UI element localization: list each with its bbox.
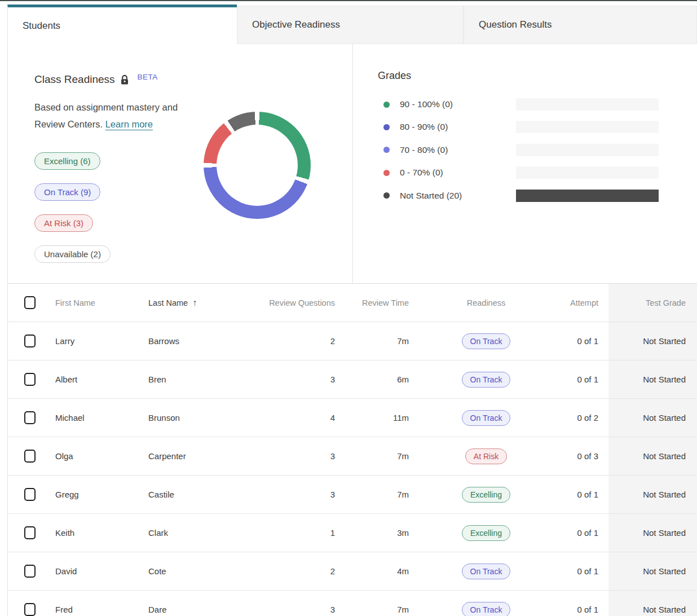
readiness-cell: Excelling xyxy=(409,514,563,552)
review-time-cell: 11m xyxy=(335,399,409,437)
table-row[interactable]: AlbertBren36mOn Track0 of 1Not Started xyxy=(8,360,697,398)
first-name-cell: Fred xyxy=(47,591,143,616)
column-header-label[interactable]: Review Questions xyxy=(269,298,335,307)
tab-objective-readiness[interactable]: Objective Readiness xyxy=(237,6,464,44)
tab-bar: StudentsObjective ReadinessQuestion Resu… xyxy=(7,5,697,44)
attempt-cell: 0 of 1 xyxy=(563,322,608,360)
column-header-label[interactable]: Attempt xyxy=(570,298,598,307)
row-checkbox-cell xyxy=(8,552,47,590)
first-name-cell: Michael xyxy=(47,399,143,437)
row-checkbox-cell xyxy=(8,399,47,437)
row-checkbox[interactable] xyxy=(24,526,36,539)
grade-bar-track xyxy=(516,98,659,111)
row-checkbox-cell xyxy=(8,437,47,475)
tab-question-results[interactable]: Question Results xyxy=(464,6,697,44)
column-header-label[interactable]: Test Grade xyxy=(646,298,686,307)
column-header-test-grade: Test Grade xyxy=(608,284,697,322)
learn-more-link[interactable]: Learn more xyxy=(105,119,153,129)
row-checkbox-cell xyxy=(8,514,47,552)
grade-label: 70 - 80% (0) xyxy=(400,145,448,155)
row-checkbox[interactable] xyxy=(24,373,36,386)
row-checkbox[interactable] xyxy=(24,335,36,347)
readiness-filter-ontrack[interactable]: On Track (9) xyxy=(34,183,100,201)
grade-bar-track xyxy=(516,121,659,133)
row-checkbox[interactable] xyxy=(24,411,36,424)
summary-section: Class Readiness BETA Based on assignment… xyxy=(8,44,697,284)
table-row[interactable]: FredDare37mOn Track0 of 1Not Started xyxy=(8,590,697,616)
last-name-cell: Bren xyxy=(143,360,245,398)
row-checkbox[interactable] xyxy=(24,488,36,501)
grade-dot-icon xyxy=(383,147,390,153)
review-questions-cell: 2 xyxy=(245,322,335,360)
grade-dot-icon xyxy=(383,102,390,108)
grade-legend-row: 90 - 100% (0) xyxy=(378,97,697,112)
last-name-cell: Dare xyxy=(143,591,245,616)
table-row[interactable]: DavidCote24mOn Track0 of 1Not Started xyxy=(8,552,697,590)
test-grade-cell: Not Started xyxy=(608,591,697,616)
test-grade-cell: Not Started xyxy=(608,322,697,360)
table-row[interactable]: MichaelBrunson411mOn Track0 of 2Not Star… xyxy=(8,398,697,437)
first-name-cell: Keith xyxy=(47,514,143,552)
column-header-label[interactable]: Review Time xyxy=(362,298,409,307)
readiness-cell: On Track xyxy=(409,322,563,360)
review-time-cell: 7m xyxy=(335,437,409,475)
column-header-label[interactable]: Last Name xyxy=(148,298,188,307)
table-row[interactable]: LarryBarrows27mOn Track0 of 1Not Started xyxy=(8,322,697,360)
readiness-badge: At Risk xyxy=(465,448,507,464)
first-name-cell: Larry xyxy=(47,322,143,360)
column-header-review-time: Review Time xyxy=(335,284,409,322)
row-checkbox[interactable] xyxy=(24,603,36,616)
readiness-cell: On Track xyxy=(409,399,563,437)
row-checkbox[interactable] xyxy=(24,565,36,578)
attempt-cell: 0 of 2 xyxy=(563,399,608,437)
table-row[interactable]: OlgaCarpenter37mAt Risk0 of 3Not Started xyxy=(8,437,697,475)
row-checkbox-cell xyxy=(8,322,47,360)
row-checkbox-cell xyxy=(8,476,47,513)
sort-ascending-icon: ↑ xyxy=(192,298,197,308)
students-table: First NameLast Name↑Review QuestionsRevi… xyxy=(8,284,697,616)
grade-bar-track xyxy=(516,144,659,156)
readiness-cell: Excelling xyxy=(409,476,563,513)
readiness-filter-unavailable[interactable]: Unavailable (2) xyxy=(34,245,111,263)
last-name-cell: Castile xyxy=(143,476,245,513)
review-time-cell: 7m xyxy=(335,322,409,360)
grade-label: Not Started (20) xyxy=(400,191,462,201)
select-all-checkbox[interactable] xyxy=(24,296,36,309)
top-divider xyxy=(0,0,697,1)
first-name-cell: David xyxy=(47,552,143,590)
table-row[interactable]: KeithClark13mExcelling0 of 1Not Started xyxy=(8,513,697,552)
row-checkbox[interactable] xyxy=(24,450,36,463)
attempt-cell: 0 of 1 xyxy=(563,552,608,590)
grades-panel: Grades 90 - 100% (0)80 - 90% (0)70 - 80%… xyxy=(354,44,697,283)
column-header-review-questions: Review Questions xyxy=(245,284,335,322)
table-row[interactable]: GreggCastile37mExcelling0 of 1Not Starte… xyxy=(8,475,697,513)
tab-students[interactable]: Students xyxy=(7,5,237,44)
test-grade-cell: Not Started xyxy=(608,552,697,590)
last-name-cell: Barrows xyxy=(143,322,245,360)
attempt-cell: 0 of 3 xyxy=(563,437,608,475)
tab-label: Objective Readiness xyxy=(252,19,340,30)
donut-hole xyxy=(217,125,298,206)
attempt-cell: 0 of 1 xyxy=(563,514,608,552)
readiness-cell: On Track xyxy=(409,360,563,398)
readiness-badge: On Track xyxy=(462,333,511,349)
column-header-label[interactable]: Readiness xyxy=(467,298,506,307)
review-time-cell: 6m xyxy=(335,360,409,398)
review-questions-cell: 3 xyxy=(245,476,335,513)
test-grade-cell: Not Started xyxy=(608,476,697,513)
readiness-filter-atrisk[interactable]: At Risk (3) xyxy=(34,214,93,232)
row-checkbox-cell xyxy=(8,591,47,616)
class-readiness-dashboard: StudentsObjective ReadinessQuestion Resu… xyxy=(0,0,697,616)
table-body: LarryBarrows27mOn Track0 of 1Not Started… xyxy=(8,322,697,616)
readiness-badge: Excelling xyxy=(462,487,510,503)
column-header-label[interactable]: First Name xyxy=(55,298,95,307)
readiness-badge: Excelling xyxy=(462,525,510,541)
readiness-filter-excelling[interactable]: Excelling (6) xyxy=(34,152,100,170)
review-questions-cell: 3 xyxy=(245,360,335,398)
grade-dot-icon xyxy=(383,192,390,199)
attempt-cell: 0 of 1 xyxy=(563,476,608,513)
class-readiness-description: Based on assignment mastery and Review C… xyxy=(34,99,205,133)
readiness-filter-group: Excelling (6)On Track (9)At Risk (3)Unav… xyxy=(34,152,111,276)
readiness-cell: At Risk xyxy=(409,437,563,475)
readiness-badge: On Track xyxy=(462,372,511,388)
